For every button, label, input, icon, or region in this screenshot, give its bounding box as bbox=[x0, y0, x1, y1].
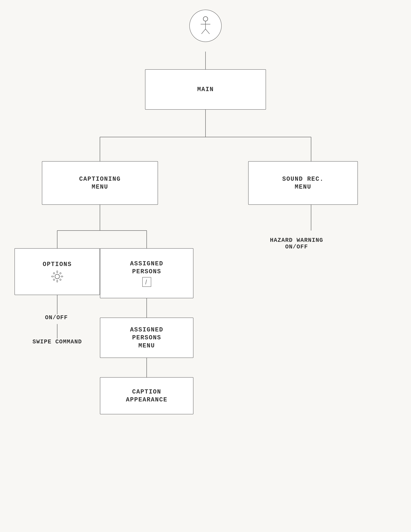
hazard-warning-label: HAZARD WARNINGON/OFF bbox=[240, 237, 353, 250]
swipe-command-label: SWIPE COMMAND bbox=[23, 339, 91, 345]
diagram: MAIN CAPTIONINGMENU SOUND REC.MENU HAZAR… bbox=[0, 0, 411, 532]
svg-point-19 bbox=[55, 274, 59, 279]
assigned-persons-menu-label: ASSIGNEDPERSONSMENU bbox=[130, 326, 163, 350]
svg-rect-23 bbox=[61, 276, 63, 277]
options-label: OPTIONS bbox=[43, 260, 72, 268]
svg-line-18 bbox=[206, 29, 210, 34]
main-box: MAIN bbox=[145, 69, 266, 110]
svg-rect-21 bbox=[57, 280, 58, 282]
person-icon bbox=[189, 10, 222, 42]
svg-rect-27 bbox=[53, 279, 55, 281]
sound-rec-menu-label: SOUND REC.MENU bbox=[282, 175, 324, 191]
sound-rec-menu-box: SOUND REC.MENU bbox=[248, 161, 358, 205]
svg-rect-20 bbox=[57, 271, 58, 273]
gear-icon bbox=[51, 270, 64, 283]
captioning-menu-label: CAPTIONINGMENU bbox=[79, 175, 121, 191]
options-box: OPTIONS bbox=[15, 248, 100, 295]
edit-doc-icon bbox=[142, 277, 151, 287]
svg-rect-22 bbox=[52, 276, 54, 277]
svg-rect-24 bbox=[53, 272, 55, 274]
caption-appearance-box: CAPTIONAPPEARANCE bbox=[100, 377, 193, 414]
assigned-persons-label: ASSIGNEDPERSONS bbox=[130, 260, 163, 276]
svg-rect-26 bbox=[59, 272, 61, 274]
svg-point-14 bbox=[203, 17, 208, 21]
on-off-label: ON/OFF bbox=[34, 314, 79, 321]
assigned-persons-menu-box: ASSIGNEDPERSONSMENU bbox=[100, 318, 193, 358]
assigned-persons-box: ASSIGNEDPERSONS bbox=[100, 248, 193, 298]
main-label: MAIN bbox=[197, 86, 214, 93]
captioning-menu-box: CAPTIONINGMENU bbox=[42, 161, 158, 205]
svg-line-17 bbox=[201, 29, 206, 34]
person-figure bbox=[197, 15, 214, 36]
svg-line-28 bbox=[146, 280, 147, 284]
caption-appearance-label: CAPTIONAPPEARANCE bbox=[126, 388, 168, 404]
pencil-icon bbox=[144, 279, 149, 285]
svg-rect-25 bbox=[59, 279, 61, 281]
